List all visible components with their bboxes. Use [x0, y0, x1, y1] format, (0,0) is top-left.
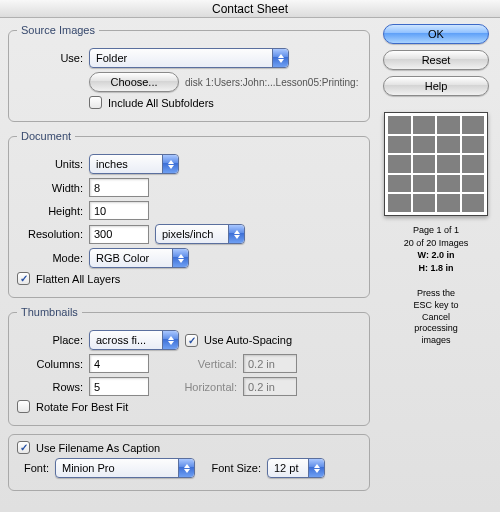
source-images-group: Source Images Use: Folder Choose... disk…: [8, 24, 370, 122]
updown-icon: [162, 155, 178, 173]
place-label: Place:: [17, 334, 83, 346]
thumbnails-group: Thumbnails Place: across fi... Use Auto-…: [8, 306, 370, 426]
columns-input[interactable]: [89, 354, 149, 373]
columns-label: Columns:: [17, 358, 83, 370]
units-label: Units:: [17, 158, 83, 170]
vertical-label: Vertical:: [155, 358, 237, 370]
flatten-label: Flatten All Layers: [36, 273, 120, 285]
auto-spacing-label: Use Auto-Spacing: [204, 334, 292, 346]
updown-icon: [172, 249, 188, 267]
font-label: Font:: [17, 462, 49, 474]
font-size-label: Font Size:: [201, 462, 261, 474]
caption-group: Use Filename As Caption Font: Minion Pro…: [8, 434, 370, 491]
rotate-checkbox[interactable]: [17, 400, 30, 413]
height-label: Height:: [17, 205, 83, 217]
resolution-label: Resolution:: [17, 228, 83, 240]
resolution-input[interactable]: [89, 225, 149, 244]
preview-info: Page 1 of 1 20 of 20 Images W: 2.0 in H:…: [404, 224, 469, 274]
updown-icon: [162, 331, 178, 349]
use-filename-checkbox[interactable]: [17, 441, 30, 454]
font-size-select[interactable]: 12 pt: [267, 458, 325, 478]
updown-icon: [272, 49, 288, 67]
font-select[interactable]: Minion Pro: [55, 458, 195, 478]
updown-icon: [178, 459, 194, 477]
use-select-value: Folder: [96, 52, 127, 64]
window-title: Contact Sheet: [0, 0, 500, 18]
horizontal-input: [243, 377, 297, 396]
use-label: Use:: [17, 52, 83, 64]
units-select[interactable]: inches: [89, 154, 179, 174]
help-button[interactable]: Help: [383, 76, 489, 96]
updown-icon: [228, 225, 244, 243]
place-select[interactable]: across fi...: [89, 330, 179, 350]
horizontal-label: Horizontal:: [155, 381, 237, 393]
use-select[interactable]: Folder: [89, 48, 289, 68]
mode-select[interactable]: RGB Color: [89, 248, 189, 268]
source-path: disk 1:Users:John:...Lesson05:Printing:: [185, 77, 358, 88]
document-group: Document Units: inches Width: Height: Re…: [8, 130, 370, 298]
thumbnails-legend: Thumbnails: [17, 306, 82, 318]
rows-label: Rows:: [17, 381, 83, 393]
mode-label: Mode:: [17, 252, 83, 264]
resolution-units-select[interactable]: pixels/inch: [155, 224, 245, 244]
use-filename-label: Use Filename As Caption: [36, 442, 160, 454]
include-subfolders-checkbox[interactable]: [89, 96, 102, 109]
flatten-checkbox[interactable]: [17, 272, 30, 285]
layout-preview: [384, 112, 488, 216]
vertical-input: [243, 354, 297, 373]
ok-button[interactable]: OK: [383, 24, 489, 44]
document-legend: Document: [17, 130, 75, 142]
choose-button[interactable]: Choose...: [89, 72, 179, 92]
updown-icon: [308, 459, 324, 477]
rows-input[interactable]: [89, 377, 149, 396]
include-subfolders-label: Include All Subfolders: [108, 97, 214, 109]
width-label: Width:: [17, 182, 83, 194]
esc-hint: Press the ESC key to Cancel processing i…: [413, 288, 458, 346]
reset-button[interactable]: Reset: [383, 50, 489, 70]
auto-spacing-checkbox[interactable]: [185, 334, 198, 347]
height-input[interactable]: [89, 201, 149, 220]
source-images-legend: Source Images: [17, 24, 99, 36]
rotate-label: Rotate For Best Fit: [36, 401, 128, 413]
width-input[interactable]: [89, 178, 149, 197]
